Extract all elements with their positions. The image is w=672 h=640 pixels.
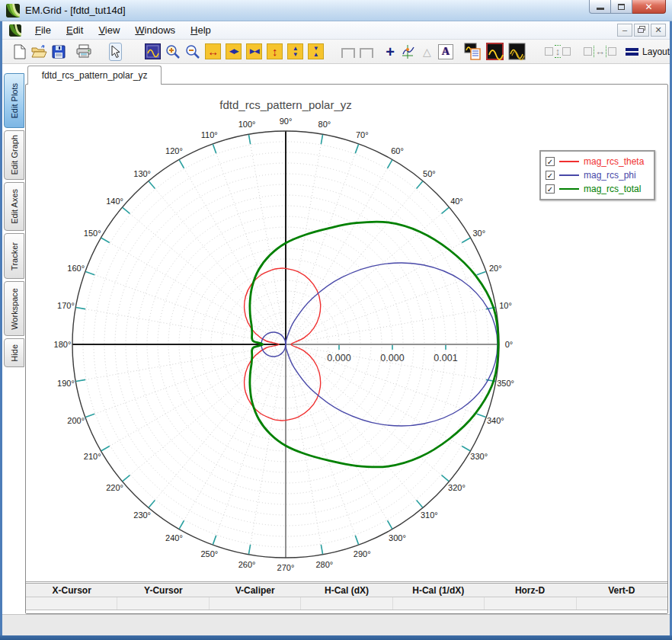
svg-text:200°: 200° [67,416,85,425]
svg-text:160°: 160° [67,264,85,273]
menu-edit[interactable]: Edit [59,22,91,38]
widen-x-button[interactable]: ◀▶ [226,43,242,61]
print-icon [76,44,91,59]
rect-select-icon [341,48,355,58]
sidebar-tab-edit-graph[interactable]: Edit Graph [4,130,24,180]
legend-checkbox[interactable]: ✓ [546,171,555,180]
svg-text:270°: 270° [277,563,295,572]
svg-text:80°: 80° [318,120,331,129]
svg-text:0.000: 0.000 [327,353,350,363]
sidebar-tab-workspace[interactable]: Workspace [4,281,24,336]
menu-help[interactable]: Help [183,22,219,38]
legend-checkbox[interactable]: ✓ [546,184,555,194]
shrink-y-icon: ▼▲ [308,43,324,59]
mdi-minimize-button[interactable]: – [617,24,632,37]
new-document-icon [13,44,27,59]
shrink-x-button[interactable]: ▶◀ [246,43,262,61]
col-h-cal-dx: H-Cal (dX) [301,584,392,597]
sidebar-tab-hide[interactable]: Hide [4,338,24,367]
crosshair-button[interactable]: + [384,43,396,61]
svg-text:240°: 240° [165,533,183,542]
svg-text:30°: 30° [472,229,485,238]
open-file-button[interactable] [31,43,47,61]
svg-text:170°: 170° [57,301,75,310]
sidebar-tab-edit-axes[interactable]: Edit Axes [4,182,24,231]
svg-text:0.000: 0.000 [380,353,404,363]
vertical-align-button[interactable]: ↕ [542,43,573,61]
horizontal-align-button[interactable]: ↔ [584,43,616,61]
sidebar-tab-tracker[interactable]: Tracker [4,233,24,279]
expand-y-button[interactable]: ↕ [267,43,283,61]
restore-icon [618,4,625,10]
col-x-cursor: X-Cursor [26,584,117,597]
close-button[interactable]: ✕ [632,0,666,14]
svg-text:130°: 130° [133,169,151,178]
svg-text:120°: 120° [165,146,183,155]
mdi-close-button[interactable]: ✕ [651,24,666,37]
crosshair-icon: + [386,44,395,59]
print-button[interactable] [76,43,91,61]
menu-file[interactable]: File [27,22,59,38]
active-plot-icon [486,43,504,60]
legend-line-sample [559,188,579,190]
document-area: fdtd_rcs_pattern_polar_yz fdtd_rcs_patte… [25,64,670,614]
sidebar-tab-edit-plots[interactable]: Edit Plots [4,73,24,128]
document-tab[interactable]: fdtd_rcs_pattern_polar_yz [27,66,162,85]
legend-checkbox[interactable]: ✓ [546,157,555,166]
menu-bar: File Edit View Windows Help – ✕ [2,21,670,40]
svg-text:40°: 40° [450,197,463,206]
svg-text:330°: 330° [470,452,488,461]
cell-horz-d [485,597,576,610]
mdi-window-controls: – ✕ [617,24,666,37]
pointer-tool-button[interactable] [109,43,122,61]
widen-y-button[interactable]: ▲▼ [287,43,303,61]
plot-navigator-button[interactable] [145,43,161,61]
text-annotation-icon: A [438,44,453,59]
tracker-tool-button[interactable] [401,43,416,61]
cell-v-caliper [210,597,301,610]
expand-x-button[interactable]: ↔ [205,43,221,61]
mdi-restore-button[interactable] [634,24,649,37]
shrink-y-button[interactable]: ▼▲ [308,43,324,61]
rect-select-alt-button[interactable] [360,43,373,61]
svg-text:140°: 140° [106,197,123,206]
cursor-table: X-Cursor Y-Cursor V-Caliper H-Cal (dX) H… [26,581,667,613]
legend-row: ✓ mag_rcs_total [546,182,649,196]
window-body: File Edit View Windows Help – ✕ [0,21,672,635]
minimize-button[interactable] [589,0,611,14]
triangle-marker-button[interactable]: △ [421,43,433,61]
layout-button[interactable]: Layout [626,46,670,57]
svg-text:190°: 190° [57,379,75,388]
chart-area[interactable]: fdtd_rcs_pattern_polar_yz 0°10°20°30°40°… [26,85,667,581]
col-y-cursor: Y-Cursor [117,584,209,597]
svg-text:220°: 220° [106,483,123,492]
restore-button[interactable] [611,0,632,14]
svg-text:350°: 350° [497,379,514,388]
save-button[interactable] [52,43,66,61]
pointer-tool-icon [110,45,120,59]
svg-text:310°: 310° [421,510,438,520]
plot-with-legend-icon [464,43,482,60]
rect-select-button[interactable] [341,43,355,61]
cell-h-cal-1dx [393,597,485,610]
app-logo-icon [6,4,20,18]
new-document-button[interactable] [13,43,27,61]
shrink-x-icon: ▶◀ [246,43,262,59]
plot-with-legend-button[interactable] [464,43,482,61]
svg-text:60°: 60° [391,146,404,155]
multi-plot-button[interactable] [508,43,526,61]
cell-y-cursor [117,597,209,610]
legend-line-sample [559,174,579,176]
zoom-out-button[interactable] [185,43,200,61]
col-horz-d: Horz-D [484,584,575,597]
legend-label: mag_rcs_total [584,184,641,194]
zoom-in-button[interactable] [165,43,181,61]
svg-text:290°: 290° [354,549,371,558]
legend-label: mag_rcs_theta [584,156,644,167]
active-plot-button[interactable] [486,43,504,61]
menu-view[interactable]: View [91,22,127,38]
menu-windows[interactable]: Windows [127,22,183,38]
text-annotation-button[interactable]: A [438,43,453,61]
mdi-restore-icon [638,26,645,33]
col-vert-d: Vert-D [576,584,667,597]
